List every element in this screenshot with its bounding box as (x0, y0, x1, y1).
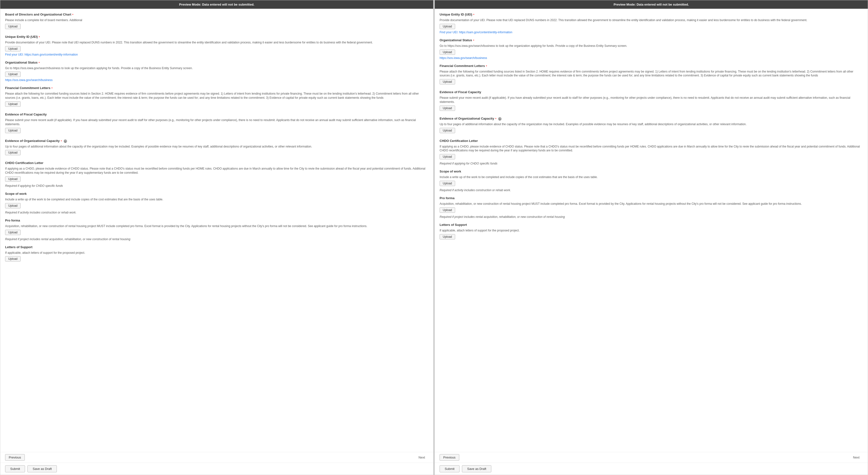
right-preview-banner: Preview Mode: Data entered will not be s… (435, 0, 868, 9)
field-fiscal-capacity-right: Evidence of Fiscal Capacity Please submi… (440, 90, 863, 112)
chdo-letter-note: Required if applying for CHDO specific f… (5, 184, 428, 188)
field-scope-of-work-right: Scope of work Include a write up of the … (440, 170, 863, 192)
left-nav-row: Previous Next (0, 452, 433, 463)
financial-commitment-desc: Please attach the following for committe… (5, 92, 428, 100)
field-chdo-letter: CHDO Certification Letter If applying as… (5, 161, 428, 188)
right-save-draft-button[interactable]: Save as Draft (462, 465, 491, 472)
scope-of-work-right-desc: Include a write up of the work to be com… (440, 175, 863, 179)
field-scope-of-work: Scope of work Include a write up of the … (5, 192, 428, 214)
right-action-row: Submit Save as Draft (435, 463, 868, 475)
letters-support-right-upload[interactable]: Upload (440, 234, 455, 239)
org-capacity-right-tooltip-icon[interactable]: (?) (498, 117, 501, 121)
org-capacity-upload[interactable]: Upload (5, 150, 21, 155)
org-capacity-right-desc: Up to four pages of additional informati… (440, 122, 863, 126)
org-status-right-upload[interactable]: Upload (440, 49, 455, 55)
financial-commitment-label: Financial Commitment Letters (5, 86, 50, 90)
chdo-letter-right-note: Required if applying for CHDO specific f… (440, 162, 863, 165)
field-chdo-letter-right: CHDO Certification Letter If applying as… (440, 139, 863, 165)
org-status-link[interactable]: https://sos.iowa.gov/search/business (5, 78, 428, 82)
scope-of-work-right-label: Scope of work (440, 170, 461, 173)
uei-link[interactable]: Find your UEI: https://sam.gov/content/e… (5, 53, 428, 56)
letters-support-right-label: Letters of Support (440, 223, 467, 227)
right-next-button[interactable]: Next (849, 454, 863, 461)
uei-label: Unique Entity ID (UEI) (5, 35, 38, 39)
left-previous-button[interactable]: Previous (5, 454, 25, 461)
uei-desc: Provide documentation of your UEI. Pleas… (5, 40, 428, 45)
scope-of-work-desc: Include a write up of the work to be com… (5, 198, 428, 202)
field-fiscal-capacity: Evidence of Fiscal Capacity Please submi… (5, 112, 428, 135)
left-panel-content: Board of Directors and Organizational Ch… (0, 9, 433, 452)
field-org-capacity-right: Evidence of Organizational Capacity * (?… (440, 117, 863, 135)
field-uei-right: Unique Entity ID (UEI) * Provide documen… (440, 12, 863, 34)
board-chart-label: Board of Directors and Organizational Ch… (5, 12, 71, 16)
org-status-right-label: Organizational Status (440, 38, 472, 42)
fiscal-capacity-right-desc: Please submit your more recent audit (if… (440, 96, 863, 104)
pro-forma-label: Pro forma (5, 218, 20, 222)
financial-commitment-right-desc: Please attach the following for committe… (440, 70, 863, 78)
org-capacity-right-upload[interactable]: Upload (440, 128, 455, 133)
fiscal-capacity-upload[interactable]: Upload (5, 128, 21, 133)
board-chart-desc: Please include a complete list of board … (5, 18, 428, 22)
letters-support-label: Letters of Support (5, 245, 33, 249)
scope-of-work-upload[interactable]: Upload (5, 203, 21, 208)
letters-support-right-desc: If applicable, attach letters of support… (440, 229, 863, 233)
scope-of-work-label: Scope of work (5, 192, 27, 196)
letters-support-upload[interactable]: Upload (5, 256, 21, 262)
uei-right-link[interactable]: Find your UEI: https://sam.gov/content/e… (440, 31, 863, 34)
field-financial-commitment: Financial Commitment Letters * Please at… (5, 86, 428, 108)
org-status-desc: Go to https://sos.iowa.gov/search/busine… (5, 66, 428, 70)
field-letters-support: Letters of Support If applicable, attach… (5, 245, 428, 263)
chdo-letter-right-upload[interactable]: Upload (440, 154, 455, 159)
field-uei: Unique Entity ID (UEI) * Provide documen… (5, 35, 428, 56)
financial-commitment-right-upload[interactable]: Upload (440, 79, 455, 84)
right-panel-content: Unique Entity ID (UEI) * Provide documen… (435, 9, 868, 452)
chdo-letter-label: CHDO Certification Letter (5, 161, 43, 165)
fiscal-capacity-right-label: Evidence of Fiscal Capacity (440, 90, 481, 94)
field-org-status: Organizational Status * Go to https://so… (5, 61, 428, 82)
org-status-right-link[interactable]: https://sos.iowa.gov/search/business (440, 56, 863, 60)
pro-forma-right-note: Required if project includes rental acqu… (440, 215, 863, 218)
pro-forma-right-upload[interactable]: Upload (440, 207, 455, 213)
pro-forma-upload[interactable]: Upload (5, 230, 21, 235)
org-status-upload[interactable]: Upload (5, 72, 21, 77)
field-org-capacity: Evidence of Organizational Capacity * (?… (5, 139, 428, 157)
uei-upload[interactable]: Upload (5, 46, 21, 52)
left-action-row: Submit Save as Draft (0, 463, 433, 475)
board-chart-upload[interactable]: Upload (5, 24, 21, 29)
org-capacity-desc: Up to four pages of additional informati… (5, 144, 428, 149)
pro-forma-note: Required if project includes rental acqu… (5, 238, 428, 241)
left-next-button[interactable]: Next (415, 454, 428, 461)
scope-of-work-note: Required if activity includes constructi… (5, 211, 428, 214)
org-status-label: Organizational Status (5, 61, 38, 64)
chdo-letter-upload[interactable]: Upload (5, 176, 21, 182)
pro-forma-right-desc: Acquisition, rehabilitation, or new cons… (440, 202, 863, 206)
pro-forma-right-label: Pro forma (440, 196, 455, 200)
field-letters-support-right: Letters of Support If applicable, attach… (440, 223, 863, 241)
financial-commitment-right-label: Financial Commitment Letters (440, 64, 485, 68)
uei-right-upload[interactable]: Upload (440, 24, 455, 29)
left-preview-banner: Preview Mode: Data entered will not be s… (0, 0, 433, 9)
org-capacity-right-label: Evidence of Organizational Capacity (440, 117, 494, 120)
chdo-letter-right-desc: If applying as a CHDO, please include ev… (440, 144, 863, 153)
uei-right-desc: Provide documentation of your UEI. Pleas… (440, 18, 863, 22)
financial-commitment-upload[interactable]: Upload (5, 101, 21, 107)
org-capacity-tooltip-icon[interactable]: (?) (64, 139, 67, 143)
chdo-letter-right-label: CHDO Certification Letter (440, 139, 478, 143)
right-nav-row: Previous Next (435, 452, 868, 463)
scope-of-work-right-note: Required if activity includes constructi… (440, 189, 863, 192)
fiscal-capacity-desc: Please submit your more recent audit (if… (5, 118, 428, 126)
right-previous-button[interactable]: Previous (440, 454, 459, 461)
org-status-right-desc: Go to https://sos.iowa.gov/search/busine… (440, 44, 863, 48)
field-board-chart: Board of Directors and Organizational Ch… (5, 12, 428, 31)
chdo-letter-desc: If applying as a CHDO, please include ev… (5, 167, 428, 175)
field-financial-commitment-right: Financial Commitment Letters * Please at… (440, 64, 863, 86)
org-capacity-label: Evidence of Organizational Capacity (5, 139, 60, 143)
right-panel: Preview Mode: Data entered will not be s… (434, 0, 868, 475)
field-org-status-right: Organizational Status * Go to https://so… (440, 38, 863, 60)
letters-support-desc: If applicable, attach letters of support… (5, 251, 428, 255)
left-save-draft-button[interactable]: Save as Draft (27, 465, 57, 472)
left-submit-button[interactable]: Submit (5, 465, 25, 472)
scope-of-work-right-upload[interactable]: Upload (440, 181, 455, 186)
fiscal-capacity-right-upload[interactable]: Upload (440, 105, 455, 111)
right-submit-button[interactable]: Submit (440, 465, 460, 472)
